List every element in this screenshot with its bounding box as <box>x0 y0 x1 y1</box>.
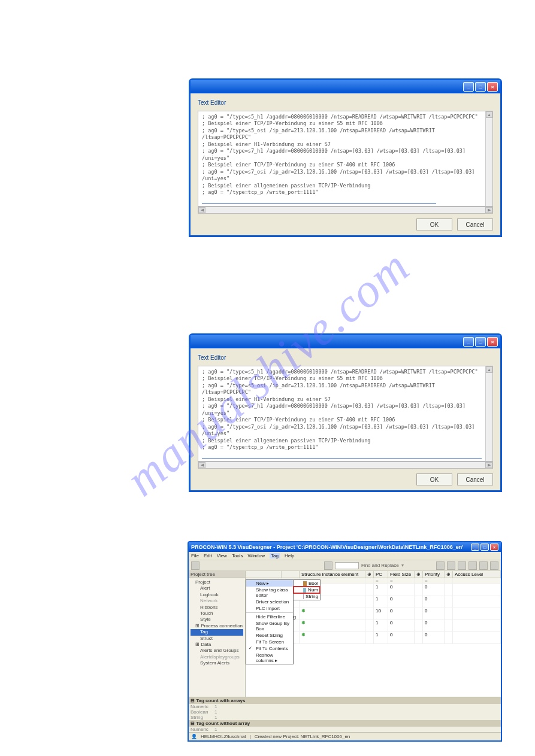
tag-count-with-arrays[interactable]: ⊟ Tag count with arrays <box>189 697 501 704</box>
text-area[interactable]: ; ag0 = "/type=s5_h1 /agaddr=08000601000… <box>198 111 493 207</box>
cancel-button[interactable]: Cancel <box>457 218 493 230</box>
context-menu-item[interactable]: Reset Sizing <box>246 632 293 639</box>
text-editor-dialog-2: _ □ × Text Editor ; ag0 = "/type=s5_h1 /… <box>189 333 502 492</box>
context-menu: New ▸Show tag class editorDriver selecti… <box>246 579 294 664</box>
menu-help[interactable]: Help <box>285 553 294 558</box>
count-row: Boolean1 <box>189 709 501 715</box>
minimize-icon[interactable]: _ <box>471 544 479 551</box>
tool-icon[interactable] <box>436 561 445 570</box>
tree-item[interactable]: ⊞ Process connection <box>191 623 243 629</box>
tree-item[interactable]: Tag <box>191 629 243 635</box>
col-priority[interactable]: Priority <box>423 571 445 578</box>
tree-item[interactable]: Struct <box>191 636 243 642</box>
line: ; Beispiel einer TCP/IP-Verbindung zu ei… <box>202 120 482 127</box>
menu-window[interactable]: Window <box>248 553 265 558</box>
maximize-icon[interactable]: □ <box>475 337 486 347</box>
tree-item[interactable]: Style <box>191 617 243 623</box>
tree-item[interactable]: Ribbons <box>191 605 243 611</box>
bool-icon <box>303 581 307 586</box>
menu-tools[interactable]: Tools <box>232 553 243 558</box>
col-fieldsize[interactable]: Field Size <box>388 571 415 578</box>
title-bar: PROCON-WIN 5.3 VisuDesigner - Project 'C… <box>189 542 501 552</box>
toolbar: Find and Replace ▾ <box>189 560 501 571</box>
submenu-item-string[interactable]: String <box>294 593 320 600</box>
menu-view[interactable]: View <box>217 553 227 558</box>
tool-icon[interactable] <box>447 561 455 570</box>
vertical-scrollbar[interactable] <box>485 111 492 206</box>
col-structure[interactable]: Structure instance element <box>300 571 365 578</box>
text-area[interactable]: ; ag0 = "/type=s5_h1 /agaddr=08000601000… <box>198 366 493 462</box>
context-menu-item[interactable]: Show tag class editor <box>246 587 293 599</box>
ok-button[interactable]: OK <box>416 473 452 485</box>
menu-file[interactable]: File <box>191 553 199 558</box>
selected-text: ag0 = "/type=s7_osi /ip_adr=192.168.4.19… <box>202 458 482 459</box>
status-user-icon: 👤 <box>191 734 197 739</box>
status-user: HELMHOLZ\luschnat <box>201 734 246 739</box>
menu-edit[interactable]: Edit <box>204 553 212 558</box>
context-menu-item[interactable]: Hide Filterline <box>246 614 293 620</box>
line: ; Beispiel einer TCP/IP-Verbindung zu ei… <box>202 162 482 168</box>
submenu-item-bool[interactable]: Bool <box>294 580 320 587</box>
line: ; ag0 = "/type=s7_osi /ip_adr=213.128.16… <box>202 424 482 438</box>
count-row: String1 <box>189 715 501 720</box>
tree-item[interactable]: Touch <box>191 611 243 617</box>
menu-tag[interactable]: Tag <box>270 553 280 558</box>
context-menu-item[interactable]: Show Group By Box <box>246 620 293 632</box>
tree-item[interactable]: Alerts and Groups <box>191 648 243 654</box>
horizontal-scrollbar[interactable]: ◀▶ <box>198 207 493 214</box>
tree-header: Project tree <box>189 571 245 578</box>
text-editor-dialog-1: _ □ × Text Editor ; ag0 = "/type=s5_h1 /… <box>189 78 502 237</box>
line: ; Beispiel einer H1-Verbindung zu einer … <box>202 141 482 148</box>
context-menu-item[interactable]: New ▸ <box>246 580 293 587</box>
minimize-icon[interactable]: _ <box>463 337 474 347</box>
tool-icon[interactable] <box>490 561 498 570</box>
dialog-title: Text Editor <box>198 99 493 106</box>
line: ; Beispiel einer allgemeinen passiven TC… <box>202 438 482 444</box>
maximize-icon[interactable]: □ <box>480 544 489 551</box>
cancel-button[interactable]: Cancel <box>457 473 493 485</box>
col-pc[interactable]: PC <box>374 571 388 578</box>
line: ; ag0 = "/type=s5_h1 /agaddr=08000601000… <box>202 114 482 120</box>
tree-item[interactable]: Alert <box>191 585 243 591</box>
line: ; ag0 = "/type=s5_h1 /agaddr=08000601000… <box>202 369 482 375</box>
tree-item[interactable]: ⊞ Data <box>191 642 243 648</box>
tree-item[interactable]: Project <box>191 579 243 585</box>
str-icon <box>303 594 304 599</box>
tool-icon[interactable] <box>324 561 333 570</box>
horizontal-scrollbar[interactable]: ◀▶ <box>198 462 493 469</box>
title-bar: _ □ × <box>191 335 500 348</box>
tool-icon[interactable] <box>479 561 488 570</box>
count-row: Numeric1 <box>189 727 501 732</box>
context-menu-item[interactable]: Reshow columns ▸ <box>246 652 293 664</box>
context-menu-item[interactable]: Fit To Screen <box>246 639 293 645</box>
ok-button[interactable]: OK <box>416 218 452 230</box>
close-icon[interactable]: × <box>490 544 498 551</box>
submenu-item-num[interactable]: Num <box>294 587 320 593</box>
maximize-icon[interactable]: □ <box>475 82 486 92</box>
tree-item[interactable]: System Alerts <box>191 660 243 666</box>
find-replace-label[interactable]: Find and Replace <box>361 563 399 568</box>
status-message: Created new Project: NETLink_RFC1006_en <box>255 734 350 739</box>
page-input[interactable] <box>335 562 359 569</box>
close-icon[interactable]: × <box>487 337 498 347</box>
menu-bar: File Edit View Tools Window Tag Help <box>189 552 501 560</box>
tag-count-without-array[interactable]: ⊟ Tag count without array <box>189 720 501 727</box>
title-bar: _ □ × <box>191 80 500 93</box>
tree-item[interactable]: Alertdisplaygroups <box>191 654 243 660</box>
vertical-scrollbar[interactable] <box>485 366 492 461</box>
tool-icon[interactable] <box>468 561 477 570</box>
line: ; Beispiel einer TCP/IP-Verbindung zu ei… <box>202 375 482 382</box>
line: ; ag0 = "/type=s5_osi /ip_adr=213.128.16… <box>202 127 482 141</box>
tree-item[interactable]: Logbook <box>191 592 243 598</box>
col-accesslevel[interactable]: Access Level <box>453 571 501 578</box>
tool-icon[interactable] <box>191 561 200 570</box>
tree-item[interactable]: Network <box>191 598 243 604</box>
dialog-title: Text Editor <box>198 354 493 361</box>
context-menu-item[interactable]: PLC import <box>246 605 293 612</box>
line: ; Beispiel einer allgemeinen passiven TC… <box>202 183 482 189</box>
minimize-icon[interactable]: _ <box>463 82 474 92</box>
tool-icon[interactable] <box>458 561 466 570</box>
context-menu-item[interactable]: Fit To Contents <box>246 645 293 652</box>
context-menu-item[interactable]: Driver selection <box>246 599 293 605</box>
close-icon[interactable]: × <box>487 82 498 92</box>
